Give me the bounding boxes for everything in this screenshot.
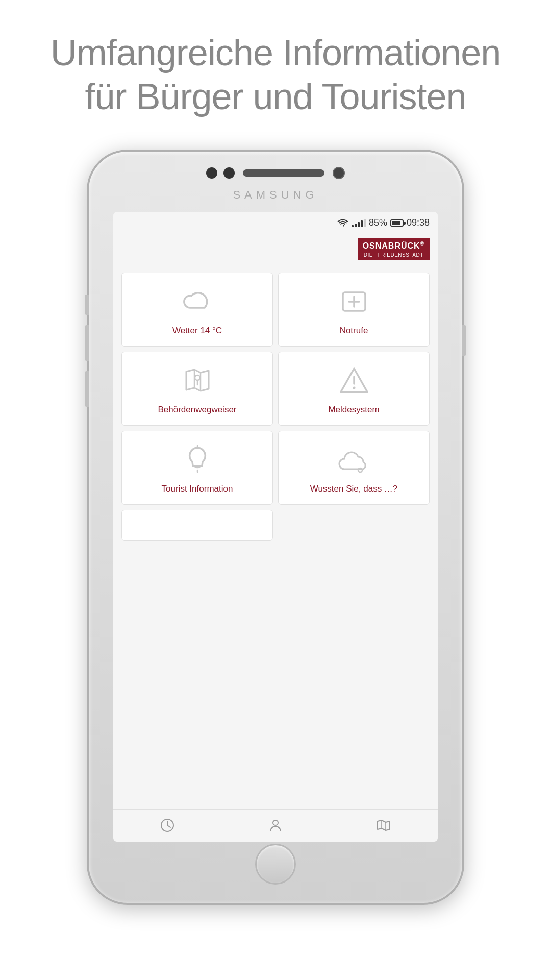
side-button-mute	[85, 371, 89, 407]
speech-cloud-icon	[338, 444, 370, 476]
side-button-volume-down	[85, 325, 89, 361]
phone-frame: SAMSUNG	[87, 150, 464, 905]
lightbulb-icon	[181, 444, 214, 476]
phone-speaker	[243, 169, 324, 177]
tile-notrufe[interactable]: Notrufe	[278, 273, 430, 347]
registered-symbol: ®	[420, 241, 424, 247]
map-pin-icon	[181, 364, 214, 397]
status-bar: 85% 09:38	[113, 212, 438, 234]
app-header: OSNABRÜCK® DIE | FRIEDENSSTADT	[113, 234, 438, 266]
tile-tourist-information-label: Tourist Information	[162, 483, 233, 495]
tile-behoerdenwegweiser[interactable]: Behördenwegweiser	[121, 352, 273, 426]
tile-tourist-information[interactable]: Tourist Information	[121, 431, 273, 505]
front-camera	[333, 167, 345, 179]
svg-line-13	[167, 825, 170, 827]
headline-line1: Umfangreiche Informationen	[51, 32, 500, 73]
status-icons: 85% 09:38	[337, 217, 430, 228]
city-name: OSNABRÜCK®	[363, 241, 424, 250]
nav-person[interactable]	[260, 814, 291, 837]
city-subtitle: DIE | FRIEDENSSTADT	[363, 252, 424, 258]
phone-top-hardware	[184, 167, 367, 179]
medkit-icon	[338, 285, 370, 318]
signal-icon	[352, 219, 366, 227]
svg-point-10	[358, 468, 362, 472]
battery-fill	[392, 221, 400, 225]
page-headline: Umfangreiche Informationen für Bürger un…	[20, 31, 531, 119]
app-grid: Wetter 14 °C Notrufe	[113, 266, 438, 809]
partial-tile[interactable]	[121, 510, 273, 541]
tile-notrufe-label: Notrufe	[340, 325, 368, 336]
home-button[interactable]	[255, 844, 296, 885]
city-logo: OSNABRÜCK® DIE | FRIEDENSSTADT	[358, 238, 430, 260]
tile-wussten-sie-label: Wussten Sie, dass …?	[310, 483, 398, 495]
wifi-icon	[337, 219, 348, 227]
nav-map[interactable]	[368, 814, 399, 837]
side-button-power	[462, 325, 466, 356]
cloud-icon	[181, 285, 214, 318]
bottom-nav	[113, 809, 438, 842]
nav-clock[interactable]	[152, 814, 183, 837]
svg-point-7	[353, 387, 355, 389]
tile-wetter-label: Wetter 14 °C	[172, 325, 222, 336]
samsung-brand-text: SAMSUNG	[233, 188, 318, 202]
tile-meldesystem-label: Meldesystem	[328, 404, 379, 415]
tile-behoerdenwegweiser-label: Behördenwegweiser	[158, 404, 236, 415]
sensor-dot-2	[223, 167, 235, 179]
phone-sensors	[206, 167, 235, 179]
phone-shell: SAMSUNG	[87, 150, 464, 905]
svg-point-14	[273, 820, 278, 825]
phone-screen: 85% 09:38 OSNABRÜCK® DIE | FRIEDENSSTADT	[113, 212, 438, 842]
sensor-dot-1	[206, 167, 217, 179]
tile-wetter[interactable]: Wetter 14 °C	[121, 273, 273, 347]
headline-line2: für Bürger und Touristen	[85, 76, 466, 117]
tile-meldesystem[interactable]: Meldesystem	[278, 352, 430, 426]
side-button-volume-up	[85, 295, 89, 315]
svg-point-5	[195, 375, 200, 380]
battery-icon	[390, 219, 404, 227]
tile-wussten-sie[interactable]: Wussten Sie, dass …?	[278, 431, 430, 505]
warning-icon	[338, 364, 370, 397]
time-text: 09:38	[407, 217, 430, 228]
battery-percent-text: 85%	[369, 217, 387, 228]
